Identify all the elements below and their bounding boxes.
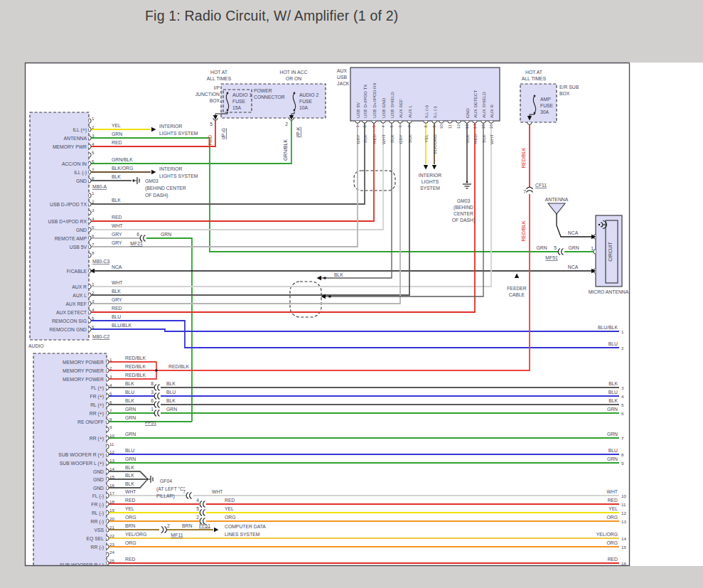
label-fl: FL (+) xyxy=(91,385,104,391)
pin-bump xyxy=(107,461,109,465)
label-rr: RR (-) xyxy=(91,519,104,525)
wiring-diagram: USB 5V1GRYUSB D-/IPOD TX2BLKUSB D+/IPOD … xyxy=(0,0,703,588)
pin-number: 2 xyxy=(621,346,624,351)
label-hot-at: HOT AT xyxy=(525,70,542,75)
pin-bump xyxy=(89,127,91,132)
label-red: RED xyxy=(112,140,122,145)
pin-bump xyxy=(390,121,394,123)
jack-pin-label-aux-r: AUX R xyxy=(489,105,494,118)
label-blu: BLU xyxy=(112,314,121,319)
label-blk: BLK xyxy=(125,473,134,478)
label-gnd: GND xyxy=(76,228,87,232)
label-red-blk: RED/BLK xyxy=(125,373,146,378)
pin-bump xyxy=(107,561,109,565)
pin-number: 1 xyxy=(109,357,112,362)
label-usb: USB xyxy=(337,75,347,80)
pin-bump xyxy=(89,210,91,215)
label-usb-d-ipod-rx: USB D+/IPOD RX xyxy=(48,219,87,224)
label-mf21: MF21 xyxy=(130,241,143,246)
label-remocon-gnd: REMOCON GND xyxy=(50,327,87,332)
jack-wire-color-label: BLK xyxy=(407,134,412,143)
label-grn: GRN xyxy=(536,245,547,250)
pin-number: 4 xyxy=(109,383,112,387)
pin-number: 13 xyxy=(621,519,626,524)
pin-bump xyxy=(89,245,91,249)
label-of-dash: OF DASH) xyxy=(452,218,475,223)
label-interior: INTERIOR xyxy=(419,173,442,178)
pin-bump xyxy=(107,377,109,381)
pin-bump xyxy=(107,402,109,407)
pin-bump xyxy=(398,121,402,123)
pin-bump xyxy=(89,253,91,257)
fuse-symbol xyxy=(534,95,536,97)
label-yel-org: YEL/ORG xyxy=(596,532,618,537)
pin-number: 8 xyxy=(621,452,624,457)
label-rr: RR (+) xyxy=(90,411,104,417)
label-gry: GRY xyxy=(112,232,122,237)
pin-bump xyxy=(89,284,91,289)
pin-bump xyxy=(107,427,109,432)
label-red-blk: RED/BLK xyxy=(125,356,146,360)
label-gnd: GND xyxy=(76,178,87,183)
pin-number: 11 xyxy=(621,502,626,507)
pin-bump xyxy=(107,469,109,474)
jack-pin-number: 12 xyxy=(456,124,461,129)
label-hot-at: HOT AT xyxy=(210,70,227,75)
pin-bump xyxy=(439,121,444,123)
pin-bump xyxy=(527,122,532,124)
label-vss: VSS xyxy=(94,528,104,533)
pin-bump xyxy=(107,493,109,498)
label-e-r-sub: E/R SUB xyxy=(559,85,579,90)
jack-pin-number: 5 xyxy=(390,125,394,127)
pin-bump xyxy=(89,136,91,140)
pin-bump xyxy=(355,121,360,123)
label-gm03: GM03 xyxy=(145,178,159,183)
label-aux-ref: AUX REF xyxy=(66,301,87,306)
pin-number: 4 xyxy=(92,141,95,146)
label-org: ORG xyxy=(607,540,618,545)
jack-pin-number: 7 xyxy=(407,125,412,127)
label-blu: BLU xyxy=(608,390,618,395)
label-red: RED xyxy=(125,498,135,503)
pin-number: 7 xyxy=(92,242,95,247)
label-blk: BLK xyxy=(608,398,618,403)
label-all-times: ALL TIMES xyxy=(207,76,232,81)
label-red: RED xyxy=(608,557,618,562)
jack-pin-label-aux-ref: AUX REF xyxy=(398,99,403,118)
label-grn: GRN xyxy=(125,415,136,420)
jack-pin-number: 2 xyxy=(363,125,367,127)
label-rr: RR (-) xyxy=(91,545,104,550)
pin-number: 17 xyxy=(109,491,114,496)
label-m80-a: M80-A xyxy=(92,184,107,189)
label-i-p-g: I/P-G xyxy=(221,128,226,139)
label-computer-data: COMPUTER DATA xyxy=(225,524,266,529)
pin-number: 22 xyxy=(109,533,114,538)
label-blk: BLK xyxy=(166,398,176,403)
label-m80-c3: M80-C3 xyxy=(92,259,109,264)
pin-bump xyxy=(107,452,109,456)
label-brn: BRN xyxy=(182,523,192,528)
label-aux-l: AUX L xyxy=(73,293,87,298)
pin-number: 18 xyxy=(109,499,114,504)
pin-number: 4 xyxy=(621,394,624,399)
label-blk: BLK xyxy=(166,381,176,386)
label-red-blk: RED/BLK xyxy=(168,364,190,369)
pin-bump xyxy=(107,360,109,364)
pin-number: 1 xyxy=(92,191,95,196)
fuse-symbol xyxy=(294,109,296,112)
pin-bump xyxy=(107,368,109,373)
pin-number: 25 xyxy=(109,558,114,563)
label-of-dash: OF DASH) xyxy=(145,193,168,198)
label-wht: WHT xyxy=(112,223,122,228)
pin-bump xyxy=(465,121,469,123)
pin-number: 2 xyxy=(92,124,95,129)
jack-wire-color-label: WHT xyxy=(381,134,386,144)
pin-number: 5 xyxy=(621,402,624,407)
pin-bump xyxy=(89,301,91,306)
jack-pin-number: 15 xyxy=(481,124,485,129)
fuse-symbol xyxy=(294,92,296,95)
label-gnd: GND xyxy=(93,486,104,491)
jack-pin-number: 13 xyxy=(465,124,469,129)
jack-wire-color-label: BLK xyxy=(465,134,470,143)
label-mf51: MF51 xyxy=(545,255,558,260)
